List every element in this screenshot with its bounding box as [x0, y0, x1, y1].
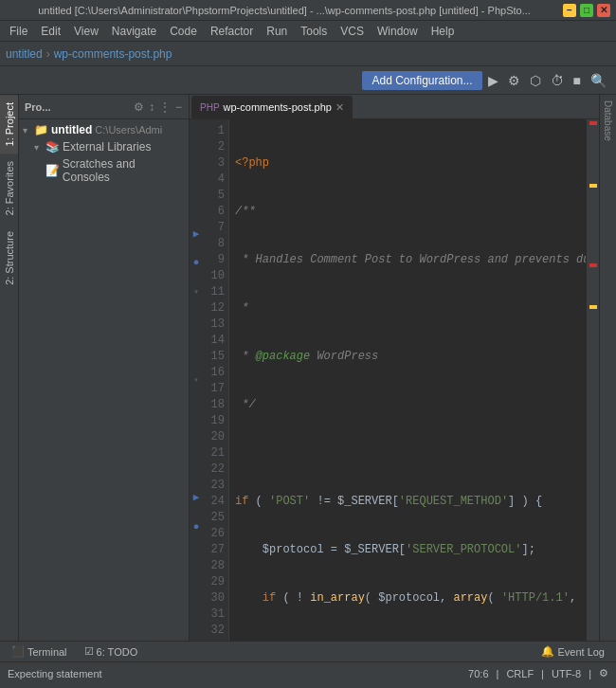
gutter-26: ▶ — [190, 490, 203, 504]
nav-breadcrumb-root[interactable]: untitled — [6, 47, 43, 61]
scratch-icon: 📝 — [45, 164, 60, 177]
coverage-button[interactable]: ⬡ — [526, 71, 545, 90]
sidebar-tab-favorites[interactable]: 2: Favorites — [0, 154, 18, 223]
database-tab[interactable]: Database — [601, 95, 615, 147]
menu-bar: File Edit View Navigate Code Refactor Ru… — [0, 21, 616, 42]
tab-close-button[interactable]: ✕ — [335, 101, 344, 114]
project-collapse-icon[interactable]: − — [174, 100, 183, 115]
stop-button[interactable]: ■ — [570, 71, 585, 90]
menu-help[interactable]: Help — [426, 23, 461, 40]
terminal-tab[interactable]: ⬛ Terminal — [4, 643, 75, 660]
project-toolbar: ⚙ ↕ ⋮ − — [133, 100, 183, 115]
project-tree: ▾ 📁 untitled C:\Users\Admi ▾ 📚 External … — [19, 119, 189, 641]
status-sep-3: | — [589, 668, 591, 679]
gutter-2 — [190, 137, 203, 152]
status-line-ending[interactable]: CRLF — [506, 668, 534, 679]
code-line-4: * — [235, 300, 580, 317]
gutter-6 — [190, 196, 203, 210]
menu-code[interactable]: Code — [164, 23, 203, 40]
warning-marker-2 — [589, 305, 597, 309]
code-line-10: if ( ! in_array( $protocol, array( 'HTTP… — [235, 590, 580, 607]
sidebar-tab-structure[interactable]: 2: Structure — [0, 224, 18, 293]
status-sep-2: | — [541, 668, 544, 679]
menu-run[interactable]: Run — [261, 23, 293, 40]
tree-arrow-ext-icon: ▾ — [34, 142, 45, 153]
menu-navigate[interactable]: Navigate — [106, 23, 162, 40]
debug-button[interactable]: ⚙ — [504, 71, 524, 90]
tree-arrow-scratch-icon — [34, 166, 45, 176]
gutter-9 — [190, 241, 203, 255]
tree-item-untitled[interactable]: ▾ 📁 untitled C:\Users\Admi — [19, 121, 189, 138]
event-log-label: Event Log — [557, 646, 605, 658]
folder-icon: 📁 — [34, 123, 48, 136]
nav-bar: untitled › wp-comments-post.php — [0, 42, 616, 66]
right-scroll-markers[interactable] — [586, 119, 599, 641]
close-button[interactable]: ✕ — [597, 4, 610, 17]
minimize-button[interactable]: − — [563, 4, 576, 17]
tree-arrow-icon: ▾ — [23, 125, 34, 136]
code-line-1: <?php — [235, 155, 580, 172]
code-line-3: * Handles Comment Post to WordPress and … — [235, 252, 580, 268]
window-title: untitled [C:\Users\Administrator\Phpstor… — [6, 5, 563, 16]
gutter-7 — [190, 211, 203, 226]
menu-tools[interactable]: Tools — [295, 23, 333, 40]
menu-vcs[interactable]: VCS — [335, 23, 370, 40]
tree-label-external-libs: External Libraries — [63, 140, 151, 154]
status-message: Expecting statement — [8, 668, 102, 679]
menu-file[interactable]: File — [4, 23, 33, 40]
code-line-5: * @package WordPress — [235, 349, 580, 365]
code-line-9: $protocol = $_SERVER['SERVER_PROTOCOL']; — [235, 542, 580, 558]
right-sidebar: Database — [599, 95, 616, 641]
code-line-2: /** — [235, 204, 580, 220]
tree-item-scratches[interactable]: 📝 Scratches and Consoles — [19, 155, 189, 186]
left-sidebar-tabs: 1: Project 2: Favorites 2: Structure — [0, 95, 19, 641]
project-more-icon[interactable]: ⋮ — [158, 100, 172, 115]
editor-tab-wp-comments[interactable]: PHP wp-comments-post.php ✕ — [191, 96, 353, 118]
run-button[interactable]: ▶ — [484, 71, 502, 90]
menu-view[interactable]: View — [68, 23, 104, 40]
tree-item-external-libs[interactable]: ▾ 📚 External Libraries — [19, 138, 189, 155]
code-line-8: if ( 'POST' != $_SERVER['REQUEST_METHOD'… — [235, 494, 580, 510]
code-line-11: $protocol = 'HTTP/1.0'; — [235, 639, 580, 641]
menu-edit[interactable]: Edit — [35, 23, 66, 40]
add-configuration-button[interactable]: Add Configuration... — [362, 71, 481, 90]
event-log-tab[interactable]: 🔔 Event Log — [534, 643, 612, 660]
todo-tab[interactable]: ☑ 6: TODO — [77, 643, 146, 660]
status-bar: Expecting statement 70:6 | CRLF | UTF-8 … — [0, 661, 616, 684]
project-panel-title: Pro... — [25, 101, 51, 113]
project-header: Pro... ⚙ ↕ ⋮ − — [19, 95, 189, 119]
code-content[interactable]: <?php /** * Handles Comment Post to Word… — [229, 119, 586, 641]
editor-tab-bar: PHP wp-comments-post.php ✕ — [190, 95, 599, 119]
nav-sep: › — [46, 47, 50, 61]
status-encoding[interactable]: UTF-8 — [552, 668, 581, 679]
todo-label: 6: TODO — [97, 646, 138, 658]
gutter-12: ▾ — [190, 284, 203, 299]
menu-window[interactable]: Window — [371, 23, 424, 40]
menu-refactor[interactable]: Refactor — [205, 23, 259, 40]
gutter-11 — [190, 270, 203, 284]
code-line-6: */ — [235, 397, 580, 413]
profile-button[interactable]: ⏱ — [547, 71, 568, 90]
gutter-4 — [190, 167, 203, 181]
gutter-14 — [190, 314, 203, 328]
gutter-20 — [190, 402, 203, 416]
project-sort-icon[interactable]: ↕ — [148, 100, 155, 115]
project-settings-icon[interactable]: ⚙ — [133, 100, 145, 115]
window-controls: − □ ✕ — [563, 4, 610, 17]
event-log-icon: 🔔 — [541, 645, 554, 658]
status-position[interactable]: 70:6 — [468, 668, 488, 679]
library-icon: 📚 — [45, 140, 60, 154]
tree-label-scratches: Scratches and Consoles — [63, 157, 185, 184]
search-button[interactable]: 🔍 — [587, 71, 610, 90]
code-line-7 — [235, 445, 580, 462]
maximize-button[interactable]: □ — [580, 4, 593, 17]
gutter-28: ● — [190, 519, 203, 534]
code-editor[interactable]: ▶ ● ▾ ▾ ▶ ● — [190, 119, 599, 641]
gutter-33 — [190, 593, 203, 607]
gutter-19 — [190, 388, 203, 402]
error-marker-mid — [589, 263, 597, 267]
sidebar-tab-project[interactable]: 1: Project — [0, 95, 18, 154]
title-bar: untitled [C:\Users\Administrator\Phpstor… — [0, 0, 616, 21]
nav-breadcrumb-file[interactable]: wp-comments-post.php — [54, 47, 172, 61]
status-settings-icon[interactable]: ⚙ — [599, 667, 608, 679]
